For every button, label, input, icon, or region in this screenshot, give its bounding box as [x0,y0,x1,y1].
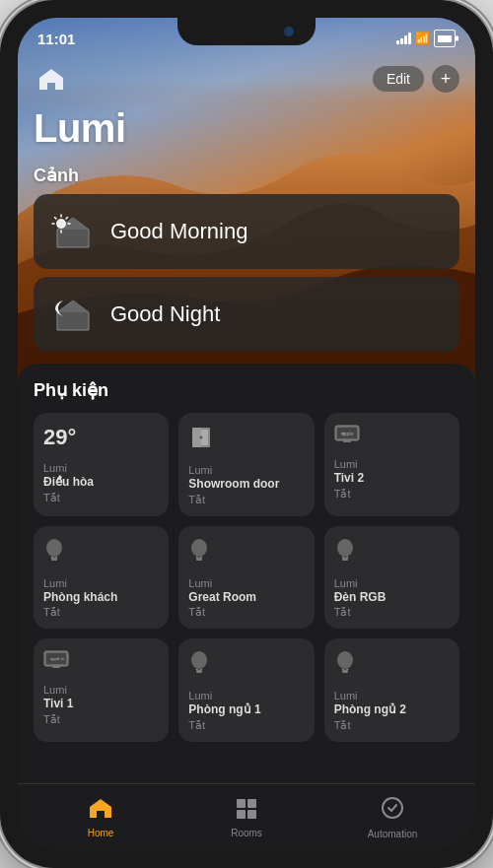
tile-brand: Lumi [43,577,67,590]
home-tab-icon [89,797,112,825]
svg-point-35 [383,798,402,818]
svg-line-7 [66,218,68,220]
bulb-icon-2 [188,538,210,569]
tab-home[interactable]: Home [28,797,174,838]
svg-point-19 [191,539,207,557]
tab-automation-label: Automation [368,829,418,839]
tile-brand: Lumi [188,577,212,590]
tile-tivi-1[interactable]: apple tv Lumi Tivi 1 Tắt [34,638,169,742]
tab-rooms-label: Rooms [231,828,262,838]
tile-name: Great Room [188,590,256,604]
battery-icon [434,30,456,47]
tile-dieu-hoa[interactable]: 29° Lumi Điều hòa Tắt [34,413,169,516]
svg-point-29 [337,651,353,669]
wifi-icon: 📶 [415,32,430,45]
bulb-icon-4 [188,650,210,682]
svg-rect-26 [52,666,60,668]
svg-text:apple tv: apple tv [50,656,64,661]
status-icons: 📶 [396,30,456,47]
tile-status: Tắt [334,606,351,619]
tile-great-room[interactable]: Lumi Great Room Tắt [178,526,314,630]
tile-brand: Lumi [334,458,358,471]
tile-phong-ngu-2[interactable]: Lumi Phòng ngủ 2 Tắt [324,638,459,742]
tab-home-label: Home [88,828,114,838]
tile-status: Tắt [188,494,205,506]
status-time: 11:01 [37,31,75,47]
scene-morning-icon [49,208,97,255]
phone-screen: 11:01 📶 [18,18,475,850]
add-button[interactable]: + [432,65,459,93]
svg-rect-30 [342,670,348,673]
automation-tab-icon [381,796,404,826]
home-nav-icon[interactable] [34,61,69,97]
top-actions: Edit + [373,65,459,93]
svg-rect-34 [247,810,256,819]
bulb-icon [43,538,65,569]
tv-icon-2: apple tv [43,650,69,676]
tile-phong-khach[interactable]: Lumi Phòng khách Tắt [34,526,169,630]
svg-rect-28 [196,670,202,673]
tile-status: Tắt [43,713,60,726]
svg-rect-33 [237,810,246,819]
svg-point-21 [337,539,353,557]
tile-name: Phòng khách [43,590,117,604]
tab-automation[interactable]: Automation [319,796,465,839]
svg-point-11 [200,436,203,439]
svg-point-17 [46,539,62,557]
tile-tivi-2[interactable]: apple tv Lumi Tivi 2 Tắt [324,413,459,516]
accessories-grid: 29° Lumi Điều hòa Tắt [34,413,459,742]
camera-dot [284,27,294,36]
tab-bar: Home Rooms [18,783,475,850]
scenes-section-label: Cảnh [18,157,475,194]
scene-night-icon [49,291,97,338]
tile-showroom-door[interactable]: Lumi Showroom door Tắt [178,413,314,516]
accessories-section: Phụ kiện 29° Lumi Điều hòa Tắt [18,364,475,762]
rooms-tab-icon [235,797,258,825]
tab-rooms[interactable]: Rooms [174,797,319,838]
scene-good-night[interactable]: Good Night [34,277,459,352]
top-bar: Edit + [18,51,475,102]
svg-rect-18 [51,558,57,561]
app-title: Lumi [18,102,475,157]
tile-brand: Lumi [188,690,212,702]
tile-name: Phòng ngủ 2 [334,702,406,716]
tile-brand: Lumi [43,462,67,475]
svg-rect-20 [196,558,202,561]
notch [177,18,316,45]
tile-status: Tắt [334,719,351,732]
tile-name: Showroom door [188,477,279,491]
bulb-icon-3 [334,538,356,569]
svg-text:tv: tv [342,431,345,435]
scene-morning-label: Good Morning [110,219,247,244]
svg-rect-22 [342,558,348,561]
phone-frame: 11:01 📶 [0,0,493,868]
svg-rect-31 [237,799,246,808]
content-scroll[interactable]: Edit + Lumi Cảnh [18,51,475,783]
tile-name: Điều hòa [43,475,94,489]
tile-name: Tivi 1 [43,697,73,710]
svg-rect-32 [247,799,256,808]
scene-night-label: Good Night [110,301,220,327]
tile-status: Tắt [43,606,60,619]
tile-name: Đèn RGB [334,590,387,604]
signal-icon [396,33,411,44]
temp-display: 29° [43,425,76,450]
svg-point-27 [191,651,207,669]
tile-brand: Lumi [334,690,358,702]
tile-name: Tivi 2 [334,471,364,485]
svg-line-6 [55,218,57,220]
accessories-label: Phụ kiện [34,379,459,401]
tile-status: Tắt [188,606,205,619]
edit-button[interactable]: Edit [373,66,424,92]
svg-rect-16 [343,440,351,442]
bulb-icon-5 [334,650,356,682]
scene-good-morning[interactable]: Good Morning [34,194,459,269]
tile-phong-ngu-1[interactable]: Lumi Phòng ngủ 1 Tắt [178,638,314,742]
tile-status: Tắt [43,492,60,504]
tv-icon: apple tv [334,425,360,450]
tile-brand: Lumi [188,464,212,477]
tile-status: Tắt [188,719,205,732]
svg-point-1 [56,219,66,229]
tile-brand: Lumi [334,577,358,590]
tile-den-rgb[interactable]: Lumi Đèn RGB Tắt [324,526,459,630]
